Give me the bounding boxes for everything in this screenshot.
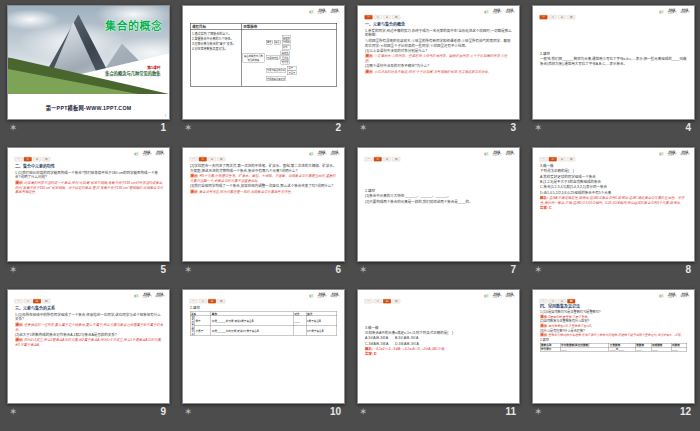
slide-nav-item-3[interactable]: 课堂篇探究学习	[330, 293, 339, 298]
slide-thumbnail-8[interactable]: ·首页课前篇自主预习课堂篇探究学习一二三四3.做一做下列说法正确的是( )A.我…	[532, 147, 695, 262]
section-tab-3[interactable]: 三	[558, 157, 566, 161]
section-tab-3[interactable]: 三	[33, 299, 41, 303]
section-tab-2[interactable]: 二	[374, 15, 382, 19]
slide-nav-item-2[interactable]: 课前篇自主预习	[492, 9, 501, 14]
slide-nav-item-1[interactable]: ·首页	[484, 293, 489, 298]
paragraph: (2)哪个语句中涉及的对象不确定?为什么?	[365, 64, 514, 69]
slide-thumbnail-1[interactable]: 集合的概念第1课时集合的概念与几种常见的数集第一PPT模板网-WWW.1PPT.…	[7, 5, 170, 120]
section-tab-1[interactable]: 一	[190, 299, 198, 303]
slide-nav-item-1[interactable]: ·首页	[134, 293, 139, 298]
section-tab-4[interactable]: 四	[567, 15, 575, 19]
slide-nav-item-1[interactable]: ·首页	[484, 151, 489, 156]
hint-block: 提示④中涉及的对象不确定,因为"个子比较高"没有明确的标准,无法确定其中的对象。	[365, 69, 514, 74]
slide-nav-item-3[interactable]: 课堂篇探究学习	[680, 151, 689, 156]
slide-nav-item-3[interactable]: 课堂篇探究学习	[330, 151, 339, 156]
section-tab-4[interactable]: 四	[567, 157, 575, 161]
slide-nav-line2: 探究学习	[505, 153, 514, 156]
slide-thumbnail-2[interactable]: ·首页课前篇自主预习课堂篇探究学习课程目标思维脉络1.通过实例,了解集合的含义。…	[182, 5, 345, 120]
slide-thumbnail-6[interactable]: ·首页课前篇自主预习课堂篇探究学习一二三四(2)学校超市一天内进了两次货,第一次…	[182, 147, 345, 262]
section-tab-3[interactable]: 三	[383, 15, 391, 19]
section-tab-3[interactable]: 三	[558, 15, 566, 19]
section-tab-3[interactable]: 三	[33, 157, 41, 161]
section-tab-1[interactable]: 一	[15, 157, 23, 161]
slide-nav-item-3[interactable]: 课堂篇探究学习	[330, 9, 339, 14]
section-tab-2[interactable]: 二	[199, 299, 207, 303]
section-tab-1[interactable]: 一	[540, 15, 548, 19]
section-tab-2[interactable]: 二	[549, 157, 557, 161]
slide-nav-line2: 探究学习	[680, 11, 689, 14]
section-tab-1[interactable]: 一	[365, 15, 373, 19]
section-tab-1[interactable]: 一	[190, 157, 198, 161]
slide-nav-item-3[interactable]: 课堂篇探究学习	[680, 293, 689, 298]
slide-nav-item-2[interactable]: 课前篇自主预习	[317, 293, 326, 298]
slide-nav-item-2[interactable]: 课前篇自主预习	[667, 293, 676, 298]
slide-nav-item-3[interactable]: 课堂篇探究学习	[505, 151, 514, 156]
section-tab-1[interactable]: 一	[365, 299, 373, 303]
slide-nav-item-1[interactable]: ·首页	[659, 293, 664, 298]
slide-thumbnail-7[interactable]: ·首页课前篇自主预习课堂篇探究学习一二三四2.填空(1)集合中元素的三大特性:_…	[357, 147, 520, 262]
slide-nav-item-1[interactable]: ·首页	[134, 151, 139, 156]
slide-nav-item-3[interactable]: 课堂篇探究学习	[505, 9, 514, 14]
slide-thumbnail-11[interactable]: ·首页课前篇自主预习课堂篇探究学习一二三四3.做一做已知集合A中的元素x满足x-…	[357, 289, 520, 404]
slide-nav-item-2[interactable]: 课前篇自主预习	[142, 151, 151, 156]
slide-nav-item-2[interactable]: 课前篇自主预习	[492, 151, 501, 156]
hint-block: 提示有5个元素,分别是中性笔、矿泉水、面包、大辣椒、方便面。说明集合中元素是互异…	[190, 174, 339, 184]
slide-thumbnail-4[interactable]: ·首页课前篇自主预习课堂篇探究学习一二三四2.填空一般地,我们把______统称…	[532, 5, 695, 120]
paragraph: 2.填空	[540, 338, 689, 342]
section-tab-1[interactable]: 一	[365, 157, 373, 161]
slide-thumbnail-10[interactable]: ·首页课前篇自主预习课堂篇探究学习一二三四2.填空关系概念记法读法元素与集合的关…	[182, 289, 345, 404]
paragraph: (2)学校超市一天内进了两次货,第一次进的中性笔、矿泉水、面包,第二次进的大辣椒…	[190, 164, 339, 174]
slide-thumbnail-3[interactable]: ·首页课前篇自主预习课堂篇探究学习一二三四一、元素与集合的概念1.亲爱的同学,经…	[357, 5, 520, 120]
slide-nav-line2: 自主预习	[317, 153, 326, 156]
slide-nav-item-2[interactable]: 课前篇自主预习	[667, 151, 676, 156]
slide-nav-item-1[interactable]: ·首页	[659, 9, 664, 14]
section-tab-3[interactable]: 三	[208, 299, 216, 303]
slide-nav-item-1[interactable]: ·首页	[484, 9, 489, 14]
hint-block: 提示自然数集包含0,正整数集不包含0。	[540, 324, 689, 328]
slide-nav-item-3[interactable]: 课堂篇探究学习	[155, 293, 164, 298]
section-tab-3[interactable]: 三	[383, 299, 391, 303]
slide-nav-item-2[interactable]: 课前篇自主预习	[317, 151, 326, 156]
slide-nav-item-1[interactable]: ·首页	[309, 151, 314, 156]
section-tab-4[interactable]: 四	[42, 299, 50, 303]
slide-meta: ✶11	[357, 404, 518, 419]
slide-body: 3.做一做已知集合A中的元素x满足x-1<√3,则下列各式正确的是( )A.3∈…	[365, 305, 514, 357]
slide-nav-item-3[interactable]: 课堂篇探究学习	[680, 9, 689, 14]
slide-nav-item-2[interactable]: 课前篇自主预习	[667, 9, 676, 14]
section-tab-4[interactable]: 四	[217, 157, 225, 161]
slide-nav-item-2[interactable]: 课前篇自主预习	[142, 293, 151, 298]
slide-thumbnail-5[interactable]: ·首页课前篇自主预习课堂篇探究学习一二三四二、集合中元素的特性1.(1)我们班比…	[7, 147, 170, 262]
section-tab-4[interactable]: 四	[392, 157, 400, 161]
section-tab-3[interactable]: 三	[208, 157, 216, 161]
section-tab-2[interactable]: 二	[24, 299, 32, 303]
slide-nav-item-2[interactable]: 课前篇自主预习	[492, 293, 501, 298]
section-tab-2[interactable]: 二	[24, 157, 32, 161]
section-tab-4[interactable]: 四	[42, 157, 50, 161]
slide-nav-line2: 探究学习	[505, 11, 514, 14]
slide-nav-item-1[interactable]: ·首页	[309, 9, 314, 14]
section-tab-strip: 一二三四	[15, 299, 51, 303]
section-tab-4[interactable]: 四	[392, 299, 400, 303]
paragraph: (1)以上各语句中涉及的对象分别是什么?	[365, 48, 514, 53]
slide-nav: ·首页课前篇自主预习课堂篇探究学习	[659, 9, 690, 14]
section-tab-4[interactable]: 四	[392, 15, 400, 19]
slide-nav-item-3[interactable]: 课堂篇探究学习	[155, 151, 164, 156]
section-tab-1[interactable]: 一	[15, 299, 23, 303]
slide-nav-item-1[interactable]: ·首页	[659, 151, 664, 156]
section-tab-3[interactable]: 三	[383, 157, 391, 161]
slide-nav: ·首页课前篇自主预习课堂篇探究学习	[134, 293, 165, 298]
slide-nav-line2: 自主预习	[667, 295, 676, 298]
section-tab-1[interactable]: 一	[540, 157, 548, 161]
section-tab-2[interactable]: 二	[199, 157, 207, 161]
section-tab-4[interactable]: 四	[217, 299, 225, 303]
section-tab-2[interactable]: 二	[374, 299, 382, 303]
animation-star-icon: ✶	[534, 123, 542, 133]
section-tab-2[interactable]: 二	[374, 157, 382, 161]
slide-nav-item-3[interactable]: 课堂篇探究学习	[505, 293, 514, 298]
slide-thumbnail-12[interactable]: ·首页课前篇自主预习课堂篇探究学习一二三四四、常用数集及其记法1.(1)0是自然…	[532, 289, 695, 404]
section-tab-2[interactable]: 二	[549, 15, 557, 19]
slide-thumbnail-9[interactable]: ·首页课前篇自主预习课堂篇探究学习一二三四三、元素与集合的关系1.(1)你所在班…	[7, 289, 170, 404]
table-cell	[293, 326, 306, 336]
slide-nav-item-2[interactable]: 课前篇自主预习	[317, 9, 326, 14]
slide-nav-item-1[interactable]: ·首页	[309, 293, 314, 298]
